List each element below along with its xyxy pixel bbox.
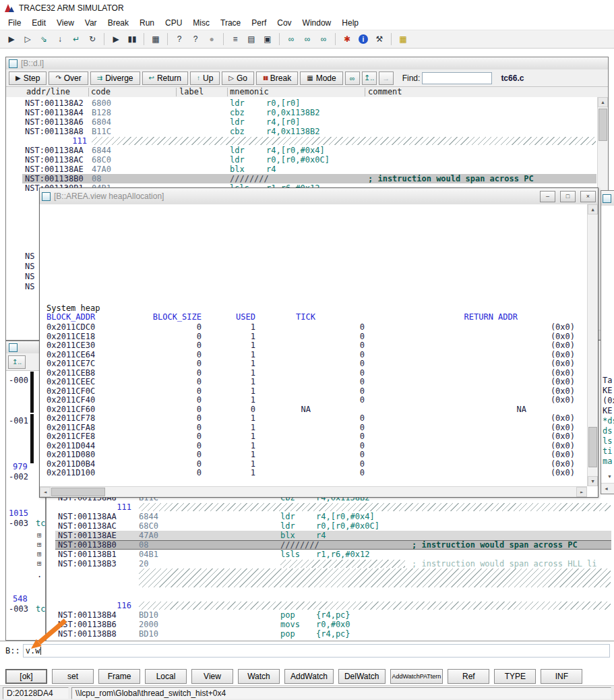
break-icon[interactable]: ▮▮ [125,32,140,46]
column-comment[interactable]: comment [368,87,402,96]
asm-row[interactable]: NST:001138A8B11Ccbzr4,0x1138B2 [6,127,608,136]
frame-button[interactable]: Frame [98,669,140,684]
heap-row[interactable]: 0x2011CF40010(0x0) [40,396,587,405]
addwatchpattern-button[interactable]: AddWatchPATtern [390,669,443,684]
heap-window-titlebar[interactable]: [B::AREA.view heapAllocation] – □ × [40,188,598,205]
asm-row[interactable]: NST:001138B62000movsr0,#0x0 [47,620,614,629]
mode-button[interactable]: ▦Mode [300,71,342,85]
menu-cov[interactable]: Cov [272,17,297,29]
heap-row[interactable]: 0x2011CEB8010(0x0) [40,369,587,378]
source-line-row[interactable]: 111 [47,502,614,512]
menu-window[interactable]: Window [297,17,337,29]
step-down-icon[interactable]: ↓ [53,32,67,46]
find-input[interactable] [422,72,492,84]
trace-record[interactable]: -000 [9,376,28,385]
scrollbar-thumb[interactable] [51,488,105,496]
column-mnemonic[interactable]: mnemonic [230,87,269,96]
horizontal-scrollbar[interactable]: ◄ [601,483,614,494]
asm-row[interactable]: NST:001138AE47A0blxr4 [6,165,608,174]
step-repeat-icon[interactable]: ↻ [85,32,100,46]
symbols-icon[interactable]: ∞ [316,32,331,46]
horizontal-scrollbar[interactable]: ◄ ► [40,486,587,497]
menu-file[interactable]: File [3,17,26,29]
heap-row[interactable]: 0x2011CFE8010(0x0) [40,432,587,442]
view-icon[interactable]: ∞ [284,32,299,46]
list-icon[interactable]: ≡ [228,32,243,46]
info-icon[interactable]: i [359,34,368,44]
menu-var[interactable]: Var [80,17,102,29]
asm-row[interactable]: NST:001138B104B1lslsr1,r6,#0x12 [47,550,614,559]
source-line-row[interactable]: 116 [47,601,614,610]
go-icon[interactable]: ▶ [109,32,123,46]
step-diverge-icon[interactable]: ⇘ [36,32,51,46]
trace-cycle-count[interactable]: 548 [13,594,28,604]
scroll-up-button[interactable]: ▲ [598,97,608,107]
top-button[interactable]: ↥.. [362,71,377,85]
asm-row[interactable]: NST:001138A4B128cbzr0,0x1138B2 [6,108,608,117]
scroll-right-button[interactable]: ► [576,487,587,497]
trace-record[interactable]: -002 [9,472,28,482]
list-window-titlebar[interactable]: [B::d.l] [6,57,608,70]
asm-row[interactable]: NST:001138AC68C0ldrr0,[r0,#0x0C] [47,521,614,531]
scroll-left-button[interactable]: ◄ [604,486,609,491]
vertical-scrollbar[interactable]: ▲ ▼ [587,204,598,486]
ref-button[interactable]: Ref [448,669,489,684]
scroll-down-button[interactable]: ▼ [588,476,598,486]
diverge-button[interactable]: ⇉Diverge [90,71,140,85]
expand-box-icon[interactable]: ⊞ [37,540,42,550]
expand-box-icon[interactable]: ⊞ [37,531,42,540]
scroll-left-button[interactable]: ◄ [40,487,51,497]
heap-row[interactable]: 0x2011CEEC010(0x0) [40,378,587,387]
maximize-button[interactable]: □ [560,191,576,202]
column-tick[interactable]: TICK [255,312,315,322]
menu-view[interactable]: View [51,17,80,29]
heap-row[interactable]: 0x2011D080010(0x0) [40,450,587,460]
menu-trace[interactable]: Trace [215,17,246,29]
column-return-addr[interactable]: RETURN ADDR [315,312,518,322]
trace-top-button[interactable]: ↥.. [8,355,26,369]
asm-row[interactable]: NST:001138AC68C0ldrr0,[r0,#0x0C] [6,155,608,165]
addwatch-button[interactable]: AddWatch [284,669,334,684]
source-line-row[interactable]: 111 [6,136,608,146]
delwatch-button[interactable]: DelWatch [338,669,386,684]
heap-row[interactable]: 0x2011CDC0010(0x0) [40,323,587,332]
menu-perf[interactable]: Perf [246,17,272,29]
step-button[interactable]: ▶Step [9,71,47,85]
column-label[interactable]: label [179,87,204,96]
asm-row[interactable]: NST:001138B320; instruction would span a… [47,559,614,568]
close-button[interactable]: × [580,191,596,202]
trace-record[interactable]: -003 [9,604,28,614]
heap-row[interactable]: 0x2011CF78010(0x0) [40,414,587,424]
menu-edit[interactable]: Edit [26,17,51,29]
column-block-addr[interactable]: BLOCK_ADDR [47,312,148,322]
scrollbar-thumb[interactable] [598,109,607,141]
pc-row[interactable]: NST:001138B008////////; instruction woul… [6,174,608,183]
scroll-up-button[interactable]: ▲ [588,204,598,214]
column-code[interactable]: code [91,87,111,96]
up-button[interactable]: ↑Up [190,71,220,85]
registers-icon[interactable]: ▦ [148,32,163,46]
over-button[interactable]: ↷Over [49,71,88,85]
pc-row[interactable]: NST:001138B008////////; instruction woul… [47,540,614,550]
trace-record[interactable]: -001 [9,416,28,426]
heap-row[interactable]: 0x2011CE64010(0x0) [40,351,587,360]
go-button[interactable]: ▷Go [222,71,254,85]
heap-row[interactable]: 0x2011D0B4010(0x0) [40,460,587,469]
asm-row[interactable]: NST:001138AA6844ldrr4,[r0,#0x4] [6,146,608,155]
view-button[interactable]: View [191,669,233,684]
heap-row[interactable]: 0x2011D044010(0x0) [40,442,587,451]
asm-row[interactable]: NST:001138A26800ldrr0,[r0] [6,98,608,108]
asm-row[interactable]: NST:001138B8BD10pop{r4,pc} [47,629,614,639]
expand-box-icon[interactable]: ⊞ [37,559,42,568]
context-help-icon[interactable]: ? [188,32,203,46]
scroll-down-button[interactable]: ▼ [607,474,612,479]
local-button[interactable]: Local [145,669,187,684]
ok-button[interactable]: [ok] [5,669,47,684]
asm-row[interactable]: NST:001138AA6844ldrr4,[r0,#0x4] [47,512,614,521]
heap-row-unused[interactable]: 0x2011CF6000NANA [40,405,587,415]
side-window-titlebar[interactable] [601,191,614,206]
menu-break[interactable]: Break [102,17,134,29]
trace-record[interactable]: -003 [9,519,28,528]
heap-row[interactable]: 0x2011CF0C010(0x0) [40,387,587,397]
menu-misc[interactable]: Misc [187,17,215,29]
